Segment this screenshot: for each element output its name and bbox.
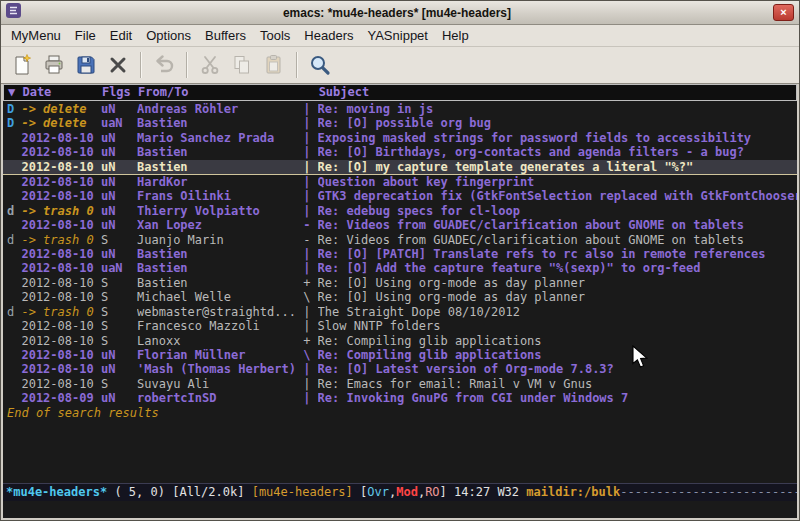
thread-char: | — [303, 391, 317, 405]
message-from: Bastien — [137, 116, 303, 130]
close-icon[interactable] — [103, 50, 133, 80]
message-flags: uN — [101, 175, 137, 189]
column-header-flags[interactable]: Flgs — [102, 85, 138, 100]
menu-item-buffers[interactable]: Buffers — [198, 26, 253, 45]
message-row[interactable]: d-> trash 0Swebmaster@straightd...|The S… — [3, 305, 797, 319]
message-subject: Re: Compiling glib applications — [318, 334, 797, 348]
message-row[interactable]: d-> trash 0SJuanjo Marin-Re: Videos from… — [3, 233, 797, 247]
message-from: robertcInSD — [137, 391, 303, 405]
message-mark — [7, 145, 21, 159]
thread-char: | — [303, 145, 317, 159]
message-row[interactable]: 2012-08-10uNBastien|Re: [O] my capture t… — [3, 160, 797, 175]
message-date: 2012-08-10 — [21, 377, 100, 391]
message-from: Mario Sanchez Prada — [137, 131, 303, 145]
message-flags: S — [101, 334, 137, 348]
message-row[interactable]: d-> trash 0uNThierry Volpiatto|Re: edebu… — [3, 204, 797, 218]
message-mark — [7, 160, 21, 174]
undo-icon — [149, 50, 179, 80]
message-from: Suvayu Ali — [137, 377, 303, 391]
message-from: Xan Lopez — [137, 218, 303, 232]
thread-char: | — [303, 305, 317, 319]
message-flags: uN — [101, 348, 137, 362]
modeline-segment-plain: [All/2.0k] — [172, 485, 251, 499]
message-row[interactable]: 2012-08-10SBastien+Re: [O] Using org-mod… — [3, 276, 797, 290]
message-date: 2012-08-10 — [21, 348, 100, 362]
menu-item-options[interactable]: Options — [139, 26, 198, 45]
column-header-from[interactable]: From/To — [138, 85, 319, 100]
message-row[interactable]: 2012-08-10uNFrans Oilinki|GTK3 deprecati… — [3, 189, 797, 203]
message-from: Andreas Röhler — [137, 102, 303, 116]
message-row[interactable]: 2012-08-10uNHardKor|Question about key f… — [3, 175, 797, 189]
menu-item-edit[interactable]: Edit — [103, 26, 139, 45]
message-subject: Re: moving in js — [318, 102, 797, 116]
modeline-segment-mod: Mod — [396, 485, 418, 499]
message-row[interactable]: 2012-08-10uaNBastien|Re: [O] Add the cap… — [3, 261, 797, 275]
message-date: 2012-08-10 — [21, 362, 100, 376]
message-date: -> delete — [21, 116, 100, 130]
message-date: 2012-08-10 — [21, 218, 100, 232]
message-row[interactable]: 2012-08-10uN'Mash (Thomas Herbert)|Re: [… — [3, 362, 797, 376]
message-row[interactable]: 2012-08-10uNBastien|Re: [O] Birthdays, o… — [3, 145, 797, 159]
message-row[interactable]: D-> deleteuaNBastien|Re: [O] possible or… — [3, 116, 797, 130]
message-row[interactable]: 2012-08-10uNXan Lopez-Re: Videos from GU… — [3, 218, 797, 232]
message-row[interactable]: 2012-08-10uNMario Sanchez Prada|Exposing… — [3, 131, 797, 145]
menu-item-yasnippet[interactable]: YASnippet — [360, 26, 434, 45]
message-mark — [7, 261, 21, 275]
message-date: 2012-08-09 — [21, 391, 100, 405]
print-icon[interactable] — [39, 50, 69, 80]
message-row[interactable]: 2012-08-10SMichael Welle\Re: [O] Using o… — [3, 290, 797, 304]
menu-item-help[interactable]: Help — [435, 26, 476, 45]
message-row[interactable]: 2012-08-10uNFlorian Müllner\Re: Compilin… — [3, 348, 797, 362]
message-mark: D — [7, 116, 21, 130]
message-row[interactable]: 2012-08-10SLanoxx+Re: Compiling glib app… — [3, 334, 797, 348]
save-icon[interactable] — [71, 50, 101, 80]
message-mark: d — [7, 305, 21, 319]
frame-content: ▼ Date Flgs From/To Subject D-> deleteuN… — [3, 84, 797, 518]
thread-char: - — [303, 218, 317, 232]
new-file-icon[interactable] — [7, 50, 37, 80]
message-from: Bastien — [137, 261, 303, 275]
buffer-area[interactable]: ▼ Date Flgs From/To Subject D-> deleteuN… — [3, 84, 797, 483]
message-date: -> trash 0 — [21, 233, 100, 247]
message-row[interactable]: 2012-08-10SFrancesco Mazzoli|Slow NNTP f… — [3, 319, 797, 333]
thread-char: | — [303, 116, 317, 130]
message-row[interactable]: 2012-08-10uNBastien|Re: [O] [PATCH] Tran… — [3, 247, 797, 261]
message-subject: Re: [O] Latest version of Org-mode 7.8.3… — [318, 362, 797, 376]
message-date: 2012-08-10 — [21, 131, 100, 145]
message-subject: Question about key fingerprint — [318, 175, 797, 189]
end-of-results: End of search results — [3, 406, 797, 420]
message-date: 2012-08-10 — [21, 290, 100, 304]
message-flags: uaN — [101, 116, 137, 130]
message-flags: S — [101, 377, 137, 391]
message-date: 2012-08-10 — [21, 160, 100, 174]
message-from: Bastien — [137, 247, 303, 261]
message-date: -> delete — [21, 102, 100, 116]
message-date: 2012-08-10 — [21, 175, 100, 189]
message-subject: Re: Invoking GnuPG from CGI under Window… — [318, 391, 797, 405]
column-header-date[interactable]: ▼ Date — [8, 85, 102, 100]
modeline-segment-maildir: maildir:/bulk — [526, 485, 620, 499]
message-flags: uN — [101, 145, 137, 159]
close-button[interactable]: × — [773, 4, 794, 21]
message-row[interactable]: 2012-08-10SSuvayu Ali|Re: Emacs for emai… — [3, 377, 797, 391]
modeline-segment-ovr: Ovr — [367, 485, 389, 499]
modeline-segment-plain: ] — [440, 485, 454, 499]
modeline-segment-plain: 14:27 W32 — [454, 485, 526, 499]
echo-area[interactable] — [3, 501, 797, 518]
message-flags: uN — [101, 204, 137, 218]
message-subject: Exposing masked strings for password fie… — [318, 131, 797, 145]
message-from: Lanoxx — [137, 334, 303, 348]
menu-item-file[interactable]: File — [68, 26, 103, 45]
message-mark — [7, 218, 21, 232]
search-icon[interactable] — [305, 50, 335, 80]
message-flags: uN — [101, 160, 137, 174]
menu-item-headers[interactable]: Headers — [297, 26, 360, 45]
message-row[interactable]: D-> deleteuNAndreas Röhler|Re: moving in… — [3, 102, 797, 116]
menu-item-tools[interactable]: Tools — [253, 26, 297, 45]
message-date: -> trash 0 — [21, 204, 100, 218]
column-header-subject[interactable]: Subject — [319, 85, 796, 100]
title-bar[interactable]: emacs: *mu4e-headers* [mu4e-headers] × — [1, 1, 799, 25]
mouse-cursor — [632, 345, 649, 369]
menu-item-mymenu[interactable]: MyMenu — [4, 26, 68, 45]
message-row[interactable]: 2012-08-09uNrobertcInSD|Re: Invoking Gnu… — [3, 391, 797, 405]
